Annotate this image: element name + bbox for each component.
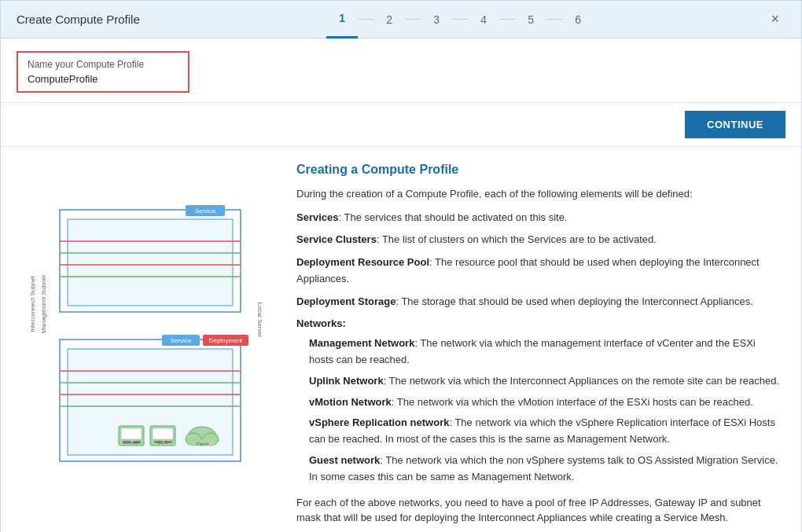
info-title: Creating a Compute Profile	[296, 163, 782, 177]
step-3[interactable]: 3	[421, 1, 452, 39]
info-bottom-text: For each of the above networks, you need…	[296, 495, 782, 526]
name-section: Name your Compute Profile ComputeProfile	[1, 39, 801, 103]
step-divider-1	[358, 19, 373, 20]
svg-rect-27	[153, 428, 173, 439]
network-item-vsphere-replication: vSphere Replication network: The network…	[296, 415, 782, 448]
network-item-uplink: Uplink Network: The network via which th…	[296, 373, 782, 390]
svg-text:Local Server: Local Server	[256, 303, 263, 338]
svg-text:Cloud: Cloud	[196, 442, 208, 446]
info-item-resource-pool: Deployment Resource Pool: The resource p…	[296, 255, 782, 288]
network-item-vmotion: vMotion Network: The network via which t…	[296, 394, 782, 411]
step-divider-5	[546, 19, 562, 20]
svg-text:Interconnect Subnet: Interconnect Subnet	[29, 275, 36, 332]
resource-pool-bold: Deployment Resource Pool	[296, 256, 429, 268]
svg-text:Service: Service	[195, 207, 216, 215]
name-input-box[interactable]: Name your Compute Profile ComputeProfile	[17, 51, 189, 93]
dialog-header: Create Compute Profile 1 2 3 4 5 6 ×	[1, 1, 801, 39]
steps-indicator: 1 2 3 4 5 6	[156, 1, 765, 39]
info-panel: Creating a Compute Profile During the cr…	[284, 147, 801, 532]
name-value: ComputeProfile	[28, 73, 178, 85]
step-1[interactable]: 1	[326, 1, 358, 39]
storage-bold: Deployment Storage	[296, 295, 395, 307]
step-4[interactable]: 4	[468, 1, 499, 39]
info-item-clusters: Service Clusters: The list of clusters o…	[296, 232, 782, 248]
networks-label: Networks:	[296, 316, 782, 332]
diagram-panel: Interconnect Subnet Management Subnet Lo…	[1, 147, 284, 532]
step-divider-4	[499, 19, 515, 20]
guest-network-bold: Guest network	[309, 454, 380, 466]
step-divider-3	[452, 19, 468, 20]
svg-text:Service: Service	[171, 337, 192, 344]
dialog-title: Create Compute Profile	[17, 13, 140, 26]
management-network-bold: Management Network	[309, 337, 414, 349]
step-6[interactable]: 6	[562, 1, 594, 39]
svg-text:vCenter: vCenter	[123, 440, 139, 445]
vmotion-network-text: : The network via which the vMotion inte…	[392, 396, 753, 408]
step-5[interactable]: 5	[515, 1, 546, 39]
create-compute-profile-dialog: Create Compute Profile 1 2 3 4 5 6 × Nam…	[0, 0, 802, 532]
services-text: : The services that should be activated …	[339, 211, 568, 223]
info-intro: During the creation of a Compute Profile…	[296, 186, 782, 202]
info-item-services: Services: The services that should be ac…	[296, 210, 782, 226]
vmotion-network-bold: vMotion Network	[309, 396, 392, 408]
uplink-network-text: : The network via which the Interconnect…	[384, 375, 779, 387]
info-item-storage: Deployment Storage: The storage that sho…	[296, 294, 782, 310]
vsphere-replication-bold: vSphere Replication network	[309, 416, 449, 428]
services-bold: Services	[296, 211, 339, 223]
svg-text:Deployment: Deployment	[209, 337, 243, 344]
storage-text: : The storage that should be used when d…	[395, 295, 752, 307]
compute-profile-diagram: Interconnect Subnet Management Subnet Lo…	[20, 163, 272, 493]
svg-rect-6	[68, 219, 233, 306]
guest-network-text: : The network via which the non vSphere …	[309, 454, 778, 482]
main-content: Interconnect Subnet Management Subnet Lo…	[1, 147, 801, 532]
info-body: Services: The services that should be ac…	[296, 210, 782, 486]
svg-text:ESXi: ESXi	[157, 440, 167, 445]
network-item-management: Management Network: The network via whic…	[296, 336, 782, 369]
clusters-bold: Service Clusters	[296, 233, 377, 245]
clusters-text: : The list of clusters on which the Serv…	[377, 233, 657, 245]
step-2[interactable]: 2	[373, 1, 405, 39]
diagram-svg: Interconnect Subnet Management Subnet Lo…	[20, 163, 272, 493]
network-item-guest: Guest network: The network via which the…	[296, 453, 782, 486]
close-button[interactable]: ×	[764, 8, 785, 31]
uplink-network-bold: Uplink Network	[309, 375, 384, 387]
action-row: CONTINUE	[1, 103, 801, 147]
svg-text:Management Subnet: Management Subnet	[40, 274, 47, 333]
name-label: Name your Compute Profile	[28, 59, 178, 70]
continue-button[interactable]: CONTINUE	[685, 111, 785, 138]
svg-rect-22	[121, 428, 142, 439]
step-divider-2	[405, 19, 421, 20]
